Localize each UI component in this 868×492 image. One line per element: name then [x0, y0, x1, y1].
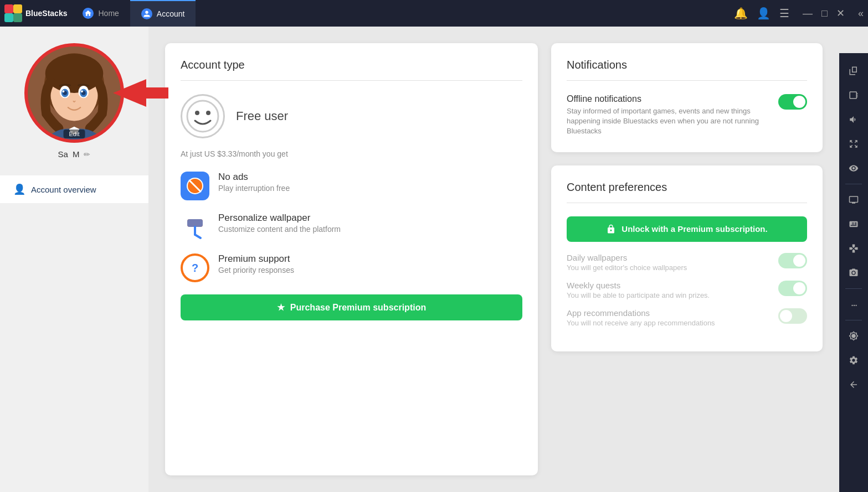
- brightness-icon[interactable]: [843, 325, 865, 347]
- wallpaper-desc: Customize content and the platform: [218, 225, 341, 234]
- content-area: Account type Free user At just US $3.33/…: [148, 27, 839, 492]
- support-desc: Get priority responses: [218, 266, 294, 275]
- daily-wallpapers-desc: You will get editor's choice wallpapers: [567, 263, 687, 272]
- app-recommendations-desc: You will not receive any app recommendat…: [567, 319, 715, 327]
- collapse-sidebar-icon[interactable]: «: [858, 8, 864, 19]
- gamepad-icon[interactable]: [843, 237, 865, 260]
- toggle-thumb: [793, 282, 805, 294]
- lock-icon: [606, 224, 616, 234]
- app-recommendations-toggle[interactable]: [778, 308, 807, 324]
- minimize-window-button[interactable]: —: [803, 8, 813, 19]
- collapse-icon[interactable]: [843, 84, 865, 106]
- svg-rect-3: [13, 13, 22, 22]
- svg-point-17: [195, 111, 199, 115]
- close-window-button[interactable]: ✕: [836, 7, 845, 19]
- free-user-label: Free user: [236, 109, 288, 123]
- svg-rect-2: [4, 13, 13, 22]
- daily-wallpapers-text: Daily wallpapers You will get editor's c…: [567, 253, 687, 272]
- content-preferences-card: Content preferences Unlock with a Premiu…: [551, 165, 823, 351]
- sidebar-item-account-overview[interactable]: 👤 Account overview: [0, 175, 148, 203]
- account-overview-nav-icon: 👤: [13, 183, 25, 195]
- feature-wallpaper: Personalize wallpaper Customize content …: [181, 213, 522, 241]
- wallpaper-icon: [181, 213, 209, 241]
- toggle-track-disabled: [778, 253, 807, 268]
- sidebar-divider-3: [845, 320, 862, 320]
- sidebar-item-account-overview-label: Account overview: [31, 185, 96, 194]
- content-prefs-divider: [567, 203, 807, 203]
- bluestacks-logo-icon: [4, 4, 22, 22]
- account-type-card-title: Account type: [181, 59, 522, 71]
- offline-notifications-text: Offline notifications Stay informed of i…: [567, 94, 769, 137]
- edit-name-icon[interactable]: ✏: [84, 150, 90, 159]
- no-ads-title: No ads: [218, 172, 290, 183]
- svg-point-10: [63, 90, 65, 92]
- pricing-text: At just US $3.33/month you get: [181, 149, 522, 158]
- svg-line-24: [195, 235, 201, 238]
- arrows-icon[interactable]: [843, 133, 865, 155]
- no-ads-desc: Play interruption free: [218, 184, 290, 193]
- wallpaper-text: Personalize wallpaper Customize content …: [218, 213, 341, 234]
- user-first-name: Sa: [58, 149, 68, 159]
- svg-point-16: [187, 101, 218, 132]
- right-column: Notifications Offline notifications Stay…: [551, 43, 823, 475]
- menu-icon[interactable]: ☰: [779, 7, 789, 20]
- back-arrow-icon[interactable]: [843, 374, 865, 396]
- no-ads-icon: [181, 172, 209, 200]
- svg-rect-0: [4, 4, 13, 13]
- account-type-card: Account type Free user At just US $3.33/…: [165, 43, 538, 475]
- wallpaper-title: Personalize wallpaper: [218, 213, 341, 224]
- svg-rect-1: [13, 4, 22, 13]
- more-icon[interactable]: ···: [843, 293, 865, 315]
- support-text: Premium support Get priority responses: [218, 253, 294, 275]
- account-tab-icon: [141, 8, 152, 19]
- user-name-display: Sa M ✏: [58, 149, 91, 159]
- offline-notifications-toggle[interactable]: [778, 94, 807, 110]
- tab-home-label: Home: [98, 9, 119, 18]
- keyboard-icon[interactable]: [843, 213, 865, 235]
- titlebar-tabs: Home Account: [71, 0, 734, 27]
- user-middle-initial: M: [73, 149, 80, 159]
- camera-icon[interactable]: [843, 262, 865, 284]
- sound-icon[interactable]: [843, 108, 865, 131]
- app-recommendations-text: App recommendations You will not receive…: [567, 308, 715, 327]
- sidebar-divider-1: [845, 184, 862, 184]
- expand-icon[interactable]: [843, 60, 865, 82]
- toggle-track[interactable]: [778, 94, 807, 110]
- notifications-card: Notifications Offline notifications Stay…: [551, 43, 823, 152]
- support-title: Premium support: [218, 253, 294, 265]
- weekly-quests-title: Weekly quests: [567, 281, 710, 290]
- purchase-premium-label: Purchase Premium subscription: [290, 303, 426, 313]
- daily-wallpapers-title: Daily wallpapers: [567, 253, 687, 262]
- premium-support-icon: ?: [181, 253, 209, 282]
- unlock-premium-button[interactable]: Unlock with a Premium subscription.: [567, 216, 807, 242]
- account-card-divider: [181, 80, 522, 81]
- weekly-quests-desc: You will be able to participate and win …: [567, 291, 710, 299]
- offline-notifications-desc: Stay informed of important games, events…: [567, 106, 769, 137]
- settings-icon[interactable]: [843, 349, 865, 371]
- user-account-icon[interactable]: 👤: [757, 7, 771, 20]
- notification-bell-icon[interactable]: 🔔: [734, 7, 748, 20]
- svg-rect-22: [187, 219, 203, 227]
- avatar-edit-badge[interactable]: Edit: [64, 130, 85, 138]
- purchase-premium-button[interactable]: ★ Purchase Premium subscription: [181, 294, 522, 320]
- titlebar: BlueStacks Home Account 🔔 👤 ☰ — □ ✕ «: [0, 0, 868, 27]
- tab-home[interactable]: Home: [71, 0, 130, 27]
- daily-wallpapers-toggle[interactable]: [778, 253, 807, 268]
- maximize-window-button[interactable]: □: [821, 8, 828, 19]
- tv-icon[interactable]: [843, 189, 865, 211]
- no-ads-text: No ads Play interruption free: [218, 172, 290, 193]
- toggle-track-disabled-2: [778, 281, 807, 296]
- weekly-quests-row: Weekly quests You will be able to partic…: [567, 281, 807, 299]
- offline-notifications-title: Offline notifications: [567, 94, 769, 104]
- left-sidebar: Edit Sa M ✏ 👤 Account overview: [0, 27, 148, 492]
- app-name: BlueStacks: [25, 9, 67, 18]
- purchase-star-icon: ★: [277, 302, 285, 313]
- weekly-quests-toggle[interactable]: [778, 281, 807, 296]
- content-prefs-title: Content preferences: [567, 181, 807, 194]
- weekly-quests-text: Weekly quests You will be able to partic…: [567, 281, 710, 299]
- tab-account[interactable]: Account: [130, 0, 196, 27]
- main-area: Edit Sa M ✏ 👤 Account overview Account t…: [0, 27, 868, 492]
- app-recommendations-title: App recommendations: [567, 308, 715, 318]
- eye-icon[interactable]: [843, 157, 865, 179]
- svg-point-6: [45, 54, 104, 93]
